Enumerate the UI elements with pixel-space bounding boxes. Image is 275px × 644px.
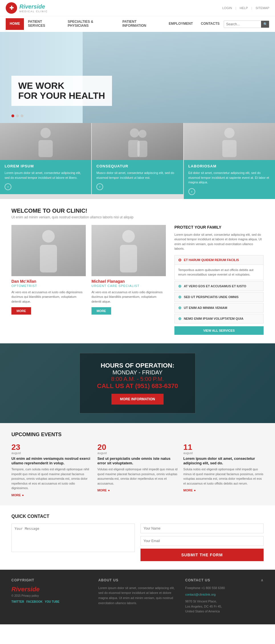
nav-item-patient-services[interactable]: PATIENT SERVICES bbox=[24, 16, 64, 32]
nav-item-home[interactable]: HOME bbox=[6, 18, 24, 30]
event-month-3: august bbox=[183, 451, 193, 455]
search-input[interactable] bbox=[224, 21, 261, 28]
accordion: ⊖ ET HARUM QUIDEM RERUM FACILIS Temporib… bbox=[174, 255, 264, 323]
footer-policy: © 2015 Privacy policy bbox=[11, 594, 90, 597]
service-btn-1[interactable]: › bbox=[5, 183, 11, 190]
footer-about-title: ABOUT US bbox=[98, 578, 177, 582]
footer-social: TWITTER FACEBOOK YOU TUBE bbox=[11, 600, 90, 603]
accordion-header-2[interactable]: ⊕ AT VERO EOS ET ACCUSAMUS ET IUSTO bbox=[175, 282, 263, 291]
service-card-2: CONSEQUATUR Musco dolor sit amet, consec… bbox=[92, 123, 183, 199]
hours-time-plain: 8:00 A.M. - bbox=[111, 376, 139, 382]
logo: ✚ Riverside MEDICAL CLINIC bbox=[6, 2, 48, 14]
footer-col-about: ABOUT US Lorem ipsum dolor sit amet, con… bbox=[98, 578, 177, 616]
accordion-item-1: ⊖ ET HARUM QUIDEM RERUM FACILIS Temporib… bbox=[174, 255, 264, 280]
svg-rect-5 bbox=[137, 141, 147, 157]
message-input[interactable] bbox=[11, 524, 135, 552]
event-more-icon-1: ● bbox=[22, 493, 24, 497]
nav-item-contacts[interactable]: CONTACTS bbox=[197, 18, 224, 30]
event-item-3: 11 august Lorem ipsum dolor sit amet, co… bbox=[183, 443, 264, 497]
facebook-link[interactable]: FACEBOOK bbox=[26, 600, 42, 603]
search-button[interactable]: 🔍 bbox=[261, 21, 270, 28]
event-date-1: 23 august bbox=[11, 443, 92, 455]
service-card-img-1 bbox=[0, 123, 91, 160]
acc-label-5: NEMO ENIM IPSAM VOLUPTATEM QUIA bbox=[184, 317, 243, 320]
freephone-label: Freephone bbox=[185, 586, 200, 590]
service-btn-3[interactable]: › bbox=[188, 188, 195, 195]
logo-text: Riverside MEDICAL CLINIC bbox=[19, 3, 48, 13]
svg-rect-1 bbox=[38, 140, 53, 157]
logo-name: Riverside bbox=[19, 3, 48, 10]
hero-dot-3[interactable] bbox=[21, 114, 23, 117]
email-link[interactable]: contact@cliniclink.org bbox=[185, 593, 216, 596]
help-link[interactable]: HELP bbox=[240, 6, 248, 10]
quick-contact-section: QUICK CONTACT SUBMIT THE FORM bbox=[0, 505, 275, 570]
svg-rect-9 bbox=[40, 245, 57, 272]
event-title-3: Lorem ipsum dolor sit amet, consectetur … bbox=[183, 456, 264, 466]
hours-banner: HOURS OF OPERATION: MONDAY - FRIDAY 8:00… bbox=[0, 343, 275, 423]
event-more-3[interactable]: MORE ● bbox=[183, 489, 264, 492]
accordion-header-4[interactable]: ⊕ UT ENIM AD MINIMA VENIAM bbox=[175, 303, 263, 312]
sitemap-link[interactable]: SITEMAP bbox=[256, 6, 269, 10]
twitter-link[interactable]: TWITTER bbox=[11, 600, 24, 603]
accordion-header-1[interactable]: ⊖ ET HARUM QUIDEM RERUM FACILIS bbox=[175, 255, 263, 264]
acc-label-4: UT ENIM AD MINIMA VENIAM bbox=[184, 306, 227, 309]
name-input[interactable] bbox=[140, 524, 264, 533]
event-day-1: 23 bbox=[11, 443, 20, 451]
event-day-2: 20 bbox=[97, 443, 106, 451]
doctor-name-2: Michael Flanagan bbox=[91, 279, 166, 284]
event-item-2: 20 august Sed ut perspiciatis unde omnis… bbox=[97, 443, 178, 497]
acc-label-3: SED UT PERSPICIATIS UNDE OMNIS bbox=[184, 295, 239, 299]
family-text: Lorem ipsum dolor sit amet, consectetur … bbox=[174, 232, 264, 251]
footer-contact-title: CONTACT US ∧ bbox=[185, 578, 264, 582]
event-more-1[interactable]: MORE ● bbox=[11, 493, 92, 497]
acc-icon-1: ⊖ bbox=[178, 258, 182, 262]
doctor-more-btn-1[interactable]: MORE bbox=[11, 307, 31, 315]
logo-sub: MEDICAL CLINIC bbox=[19, 10, 48, 13]
view-all-button[interactable]: View All Services bbox=[174, 326, 264, 335]
welcome-grid: Dan Mc'Allan OPTOMETRIST At vero eos et … bbox=[11, 225, 264, 335]
service-card-3: LABORIOSAM Ed dolor sit amet, consectetu… bbox=[184, 123, 275, 199]
service-cards: LOREM IPSUM Lorem ipsum dolor sit amet, … bbox=[0, 123, 275, 199]
nav-item-patient-info[interactable]: PATIENT INFORMATION bbox=[119, 16, 165, 32]
event-day-3: 11 bbox=[183, 443, 192, 451]
footer-chevron-icon[interactable]: ∧ bbox=[261, 578, 264, 582]
sep2: | bbox=[251, 6, 252, 10]
address-line1: 9870 St Vincent Place, bbox=[185, 600, 217, 603]
service-title-1: LOREM IPSUM bbox=[5, 164, 87, 168]
youtube-link[interactable]: YOU TUBE bbox=[45, 600, 60, 603]
accordion-header-5[interactable]: ⊕ NEMO ENIM IPSAM VOLUPTATEM QUIA bbox=[175, 314, 263, 323]
footer-col-copyright: COPYRIGHT Riverside © 2015 Privacy polic… bbox=[11, 578, 90, 616]
submit-button[interactable]: SUBMIT THE FORM bbox=[140, 549, 264, 561]
nav-item-employment[interactable]: EMPLOYMENT bbox=[165, 18, 197, 30]
contact-right: SUBMIT THE FORM bbox=[140, 524, 264, 561]
hours-title: HOURS OF OPERATION: bbox=[97, 362, 178, 369]
email-input[interactable] bbox=[140, 536, 264, 546]
welcome-title: WELCOME TO OUR CLINIC! bbox=[11, 208, 264, 214]
footer-address: 9870 St Vincent Place, Los Angeles, DC 4… bbox=[185, 599, 264, 614]
hero-dot-active[interactable] bbox=[11, 114, 14, 117]
event-title-2: Sed ut perspiciatis unde omnis iste natu… bbox=[97, 456, 178, 466]
nav-item-specialties[interactable]: SPECIALTIES & PHYSICIANS bbox=[64, 16, 119, 32]
freephone-number: +1 800 558 6380 bbox=[201, 586, 225, 590]
service-card-1: LOREM IPSUM Lorem ipsum dolor sit amet, … bbox=[0, 123, 91, 199]
event-date-3: 11 august bbox=[183, 443, 264, 455]
acc-icon-4: ⊕ bbox=[178, 305, 182, 310]
more-info-button[interactable]: MORE INFORMATION bbox=[111, 394, 164, 405]
accordion-header-3[interactable]: ⊕ SED UT PERSPICIATIS UNDE OMNIS bbox=[175, 292, 263, 302]
service-btn-2[interactable]: › bbox=[96, 183, 103, 190]
event-desc-2: Volutas est eligendi optiomsque nihil im… bbox=[97, 467, 178, 486]
doctor-more-btn-2[interactable]: MORE bbox=[91, 307, 111, 315]
footer-copyright-title: COPYRIGHT bbox=[11, 578, 90, 582]
doctor-title-2: URGENT CARE SPECIALIST bbox=[91, 284, 166, 288]
hours-time-colored: 5:00 P.M. bbox=[140, 376, 164, 382]
accordion-item-2: ⊕ AT VERO EOS ET ACCUSAMUS ET IUSTO bbox=[174, 281, 264, 291]
login-link[interactable]: LOGIN bbox=[222, 6, 232, 10]
event-title-1: Ut enim ad minim veniamquis nostrud exer… bbox=[11, 456, 92, 466]
event-desc-3: Soluta nobis est eligendi optiomsque nih… bbox=[183, 467, 264, 486]
accordion-item-3: ⊕ SED UT PERSPICIATIS UNDE OMNIS bbox=[174, 292, 264, 302]
hero-text: WE WORK FOR YOUR HEALTH bbox=[11, 76, 112, 106]
event-more-2[interactable]: MORE ● bbox=[97, 489, 178, 492]
main-nav: HOME PATIENT SERVICES SPECIALTIES & PHYS… bbox=[0, 16, 275, 32]
hero-dot-2[interactable] bbox=[16, 114, 19, 117]
footer-col-contact: CONTACT US ∧ Freephone +1 800 558 6380 c… bbox=[185, 578, 264, 616]
